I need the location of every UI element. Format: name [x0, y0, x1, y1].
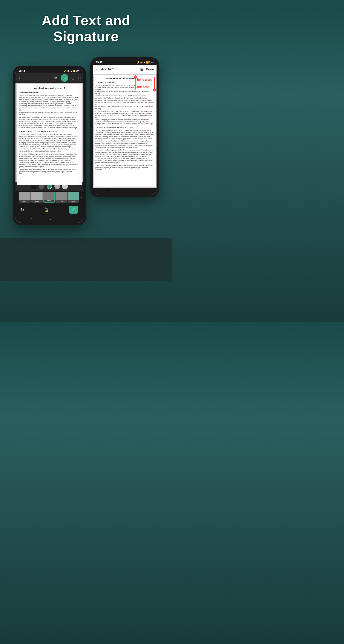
section1-text2-right: As used in these Terms of Service, "you"… [95, 110, 154, 125]
toolbar-left: ← ✏ TT ◻ ⊙ [16, 73, 83, 83]
eraser-tool-left[interactable]: ◻ [71, 76, 75, 80]
section2-text2-left: By enrolling in AdSense, you permit Goog… [19, 153, 80, 168]
bottom-bar-left: ↻ 🍃 ✓ [16, 204, 83, 216]
filter-strip-left: ‹ B&W1 Auto B&W2 [16, 191, 83, 204]
section2-heading-right: 2. Access to the Services; AdSense Accou… [95, 126, 154, 129]
overlay-line2: this test [137, 85, 149, 89]
add-item-button-right[interactable]: ⊞ [140, 67, 143, 72]
phone-left: 15:45 🔑 🔇 ▲ 📶 90% ← ✏ TT ◻ ⊙ Google A [13, 66, 86, 225]
nav-back-left[interactable]: ‹ [68, 218, 69, 221]
section2-text-left: Your use of the Services is subject to y… [19, 133, 80, 152]
toolbar-right: ← Add text ⊞ Done [93, 64, 156, 74]
filter-thumbs-left: B&W1 Auto B&W2 Photo [19, 192, 80, 203]
section2-text2-right: By enrolling in AdSense, you permit Goog… [95, 149, 154, 164]
filter-bw2-label: B&W2 [47, 200, 52, 202]
time-left: 15:45 [19, 69, 25, 72]
bottom-section [0, 238, 172, 281]
check-button-left[interactable]: ✓ [69, 206, 78, 214]
filter-color[interactable]: Color [68, 192, 79, 203]
nav-menu-left[interactable]: ≡ [30, 218, 32, 221]
status-icons-left: 🔑 🔇 ▲ 📶 90% [64, 70, 80, 72]
header-line2: Signature [53, 29, 119, 44]
nav-menu-right[interactable]: ≡ [107, 189, 109, 193]
overlay-close-button[interactable]: ✕ [134, 75, 137, 78]
pen-tool-left[interactable]: ✏ [54, 76, 58, 80]
overlay-resize-handle[interactable]: ↗ [153, 88, 156, 92]
nav-bar-left: ≡ ○ ‹ [16, 216, 83, 222]
header-title: Add Text and Signature [9, 13, 163, 44]
status-bar-right: 15:46 🔑 🔇 ▲ 📶 89% [93, 60, 156, 64]
doc-title-left: Google AdSense Online Terms of [19, 87, 80, 90]
filter-bw1[interactable]: B&W1 [19, 192, 31, 203]
section1-heading-left: 1. Welcome to AdSense! [19, 91, 80, 94]
text-tool-left[interactable]: TT [61, 74, 68, 82]
add-text-title: Add text [101, 68, 140, 71]
time-right: 15:46 [96, 61, 103, 64]
filter-photo[interactable]: Photo [56, 192, 67, 203]
header-line1: Add Text and [42, 13, 130, 28]
done-button-right[interactable]: Done [146, 68, 154, 71]
status-icons-right: 🔑 🔇 ▲ 📶 89% [137, 61, 153, 64]
section2-heading-left: 2. Access to the Services; AdSense Accou… [19, 130, 80, 133]
doc-area-left: Google AdSense Online Terms of 1. Welcom… [16, 83, 83, 186]
section2-text3-left: Any Property that is a software applicat… [19, 168, 80, 175]
section2-text-right: Your use of the Services is subject to y… [95, 130, 154, 148]
overlay-line1: hello word , [137, 78, 152, 85]
back-button-right[interactable]: ← [95, 67, 99, 72]
section1-text2-left: As used in these Terms of Service, "you"… [19, 116, 80, 129]
doc-page-right: ✕ ↗ hello word , this test Google AdSens… [94, 75, 156, 186]
nav-bar-right: ≡ ○ ‹ [93, 188, 156, 195]
filter-photo-label: Photo [59, 200, 63, 202]
battery-icon-right: 🔑 🔇 ▲ 📶 89% [137, 61, 153, 64]
filter-auto[interactable]: Auto [31, 192, 43, 203]
text-overlay-box[interactable]: ✕ ↗ hello word , this test [135, 77, 155, 90]
phone-left-screen: 15:45 🔑 🔇 ▲ 📶 90% ← ✏ TT ◻ ⊙ Google A [16, 68, 83, 222]
filter-color-label: Color [71, 200, 75, 202]
overlay-text-content: hello word , this test [137, 78, 153, 89]
check-icon-left: ✓ [72, 207, 75, 212]
filter-auto-label: Auto [35, 200, 39, 202]
phone-right: 15:46 🔑 🔇 ▲ 📶 89% ← Add text ⊞ Done ✕ [90, 57, 159, 197]
section2-text3-right: Any Property that is a software applicat… [95, 164, 154, 171]
nav-back-right[interactable]: ‹ [141, 189, 142, 193]
section1-text-left: Thanks for your interest in our search a… [19, 94, 80, 115]
filter-prev-left[interactable]: ‹ [16, 195, 19, 200]
doc-page-left: Google AdSense Online Terms of 1. Welcom… [17, 84, 82, 185]
phone-right-screen: 15:46 🔑 🔇 ▲ 📶 89% ← Add text ⊞ Done ✕ [93, 60, 156, 195]
leaf-button-left[interactable]: 🍃 [44, 207, 50, 212]
search-tool-left[interactable]: ⊙ [78, 76, 81, 80]
filter-next-left[interactable]: › [80, 195, 83, 200]
nav-home-left[interactable]: ○ [49, 218, 51, 221]
refresh-button-left[interactable]: ↻ [21, 207, 24, 212]
back-button-left[interactable]: ← [18, 76, 22, 80]
battery-icon-left: 🔑 🔇 ▲ 📶 90% [64, 70, 80, 72]
text-tool-icon: TT [63, 76, 66, 80]
filter-bw1-label: B&W1 [23, 200, 28, 202]
doc-area-right: ✕ ↗ hello word , this test Google AdSens… [93, 74, 156, 188]
header: Add Text and Signature [0, 0, 172, 53]
filter-bw2[interactable]: B&W2 [43, 192, 55, 203]
phones-container: 15:45 🔑 🔇 ▲ 📶 90% ← ✏ TT ◻ ⊙ Google A [0, 53, 172, 238]
status-bar-left: 15:45 🔑 🔇 ▲ 📶 90% [16, 68, 83, 73]
nav-home-right[interactable]: ○ [124, 189, 126, 193]
